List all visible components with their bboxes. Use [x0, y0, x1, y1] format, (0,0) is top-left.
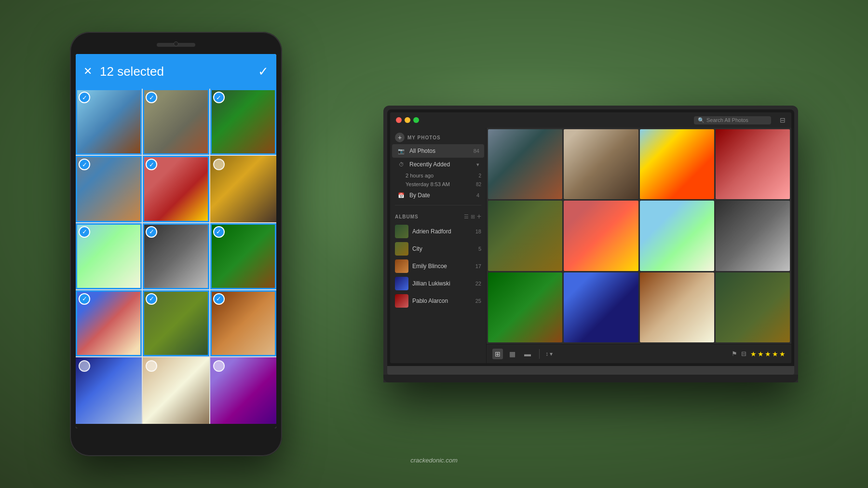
album-count-adrien: 18: [475, 229, 481, 234]
my-photos-section-header: + MY PHOTOS: [390, 128, 486, 144]
star-5: ★: [779, 350, 786, 358]
phone-wrapper: ✕ 12 selected ✓ ✓ ✓ ✓: [70, 32, 282, 456]
phone-grid-item[interactable]: ✓: [210, 89, 276, 155]
recently-yesterday-label: Yesterday 8:53 AM: [406, 181, 476, 187]
albums-view-toggles: ☰ ⊞: [464, 214, 475, 220]
phone-grid-item[interactable]: ✓: [76, 89, 142, 155]
recently-added-expand: ▾: [476, 162, 479, 168]
albums-list-view-icon[interactable]: ☰: [464, 214, 469, 220]
sidebar: + MY PHOTOS 📷 All Photos 84 ⏱ Recently A…: [390, 128, 487, 363]
main-photo-grid: [487, 128, 791, 344]
selection-check: ✓: [213, 226, 225, 238]
main-container: ✕ 12 selected ✓ ✓ ✓ ✓: [0, 0, 868, 488]
photo-item-1[interactable]: [488, 129, 562, 199]
album-item-emily[interactable]: Emily Blincoe 17: [390, 258, 486, 275]
phone-close-icon[interactable]: ✕: [83, 65, 92, 78]
view-list-button[interactable]: ▬: [522, 349, 533, 359]
album-item-city[interactable]: City 5: [390, 240, 486, 258]
album-item-jillian[interactable]: Jillian Lukiwski 22: [390, 275, 486, 292]
phone-grid-item[interactable]: ✓: [76, 290, 142, 356]
sidebar-item-recently-added[interactable]: ⏱ Recently Added ▾: [392, 158, 484, 171]
filter-icon[interactable]: ⊟: [780, 116, 786, 124]
phone-grid-item[interactable]: ✓: [76, 223, 142, 289]
photo-item-2[interactable]: [564, 129, 638, 199]
laptop-bezel: 🔍 Search All Photos ⊟ + MY PHOTOS: [387, 109, 794, 366]
star-3: ★: [765, 350, 771, 358]
laptop-keyboard: [387, 366, 794, 375]
album-item-adrien-radford[interactable]: Adrien Radford 18: [390, 223, 486, 240]
all-photos-icon: 📷: [397, 147, 406, 155]
recently-added-label: Recently Added: [409, 161, 473, 168]
view-mosaic-button[interactable]: ⊞: [492, 349, 503, 359]
all-photos-count: 84: [474, 148, 479, 154]
close-window-button[interactable]: [396, 117, 402, 123]
phone-grid-item[interactable]: [76, 357, 142, 423]
photo-item-8[interactable]: [716, 201, 790, 271]
sidebar-item-by-date[interactable]: 📅 By Date 4: [392, 189, 484, 202]
phone-grid-item[interactable]: ✓: [210, 223, 276, 289]
phone-grid-item[interactable]: [143, 357, 209, 423]
minimize-window-button[interactable]: [405, 117, 410, 123]
recently-2hours-count: 2: [478, 173, 481, 178]
phone-confirm-icon[interactable]: ✓: [258, 64, 269, 79]
flag-button[interactable]: ⚑: [732, 350, 737, 357]
phone-grid-item[interactable]: ✓: [210, 290, 276, 356]
star-4: ★: [772, 350, 778, 358]
album-item-pablo[interactable]: Pablo Alarcon 25: [390, 292, 486, 310]
album-name-adrien: Adrien Radford: [412, 228, 472, 235]
sort-icon: ↕: [545, 351, 548, 357]
recently-subitem-2hours[interactable]: 2 hours ago 2: [390, 171, 486, 180]
sort-button[interactable]: ↕ ▾: [545, 351, 553, 357]
album-thumb-jillian: [395, 277, 408, 290]
album-thumb-emily: [395, 259, 408, 273]
add-album-button[interactable]: +: [477, 212, 481, 221]
phone-grid-item[interactable]: [210, 156, 276, 222]
add-album-button[interactable]: +: [395, 133, 405, 142]
laptop-base: [383, 375, 798, 382]
maximize-window-button[interactable]: [413, 117, 419, 123]
recently-added-icon: ⏱: [397, 160, 406, 169]
search-placeholder-text: Search All Photos: [706, 117, 748, 123]
phone-grid-item[interactable]: ✓: [76, 156, 142, 222]
phone-grid-item[interactable]: ✓: [143, 223, 209, 289]
by-date-icon: 📅: [397, 191, 406, 200]
albums-grid-view-icon[interactable]: ⊞: [471, 214, 475, 220]
recently-yesterday-count: 82: [476, 182, 481, 187]
album-thumb-pablo: [395, 294, 408, 308]
photo-item-5[interactable]: [488, 201, 562, 271]
photo-item-9[interactable]: [488, 272, 562, 342]
phone-grid-item[interactable]: [210, 357, 276, 423]
recently-subitem-yesterday[interactable]: Yesterday 8:53 AM 82: [390, 180, 486, 189]
phone-grid-item[interactable]: ✓: [143, 156, 209, 222]
photo-item-6[interactable]: [564, 201, 638, 271]
album-name-jillian: Jillian Lukiwski: [412, 280, 472, 287]
search-icon: 🔍: [698, 117, 705, 123]
album-count-city: 5: [478, 246, 481, 252]
selection-check-empty: [213, 159, 225, 170]
album-count-jillian: 22: [475, 281, 481, 286]
laptop-frame: 🔍 Search All Photos ⊟ + MY PHOTOS: [383, 106, 798, 382]
sidebar-item-all-photos[interactable]: 📷 All Photos 84: [392, 144, 484, 158]
photo-item-7[interactable]: [640, 201, 714, 271]
phone-photo-grid: ✓ ✓ ✓ ✓ ✓: [76, 89, 276, 424]
album-count-pablo: 25: [475, 298, 481, 304]
photo-item-10[interactable]: [564, 272, 638, 342]
flag-button-2[interactable]: ⊟: [741, 350, 746, 357]
photo-item-12[interactable]: [716, 272, 790, 342]
phone-grid-item[interactable]: ✓: [143, 89, 209, 155]
phone-grid-item[interactable]: ✓: [143, 290, 209, 356]
selection-check: ✓: [146, 226, 157, 238]
my-photos-label: MY PHOTOS: [407, 135, 441, 140]
photo-item-3[interactable]: [640, 129, 714, 199]
search-bar[interactable]: 🔍 Search All Photos: [694, 116, 771, 124]
phone-topbar: ✕ 12 selected ✓: [76, 54, 276, 89]
photo-item-4[interactable]: [716, 129, 790, 199]
view-grid-button[interactable]: ▦: [507, 349, 518, 359]
phone-selected-count: 12 selected: [100, 64, 250, 79]
sort-chevron: ▾: [550, 351, 553, 357]
photo-main-area: ⊞ ▦ ▬ ↕ ▾ ⚑ ⊟: [487, 128, 791, 363]
recently-2hours-label: 2 hours ago: [406, 173, 478, 178]
photo-item-11[interactable]: [640, 272, 714, 342]
selection-check: ✓: [213, 92, 225, 103]
star-rating[interactable]: ★ ★ ★ ★ ★: [750, 350, 786, 358]
